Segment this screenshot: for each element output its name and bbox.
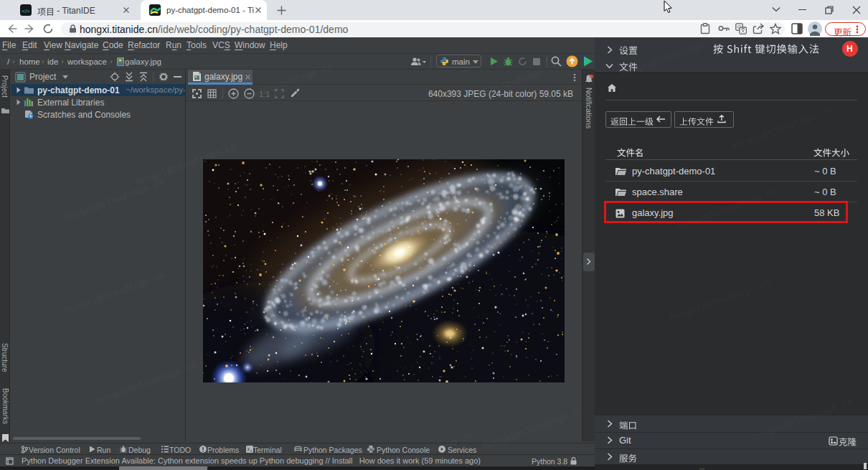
svg-text:</>: </> <box>22 8 30 14</box>
